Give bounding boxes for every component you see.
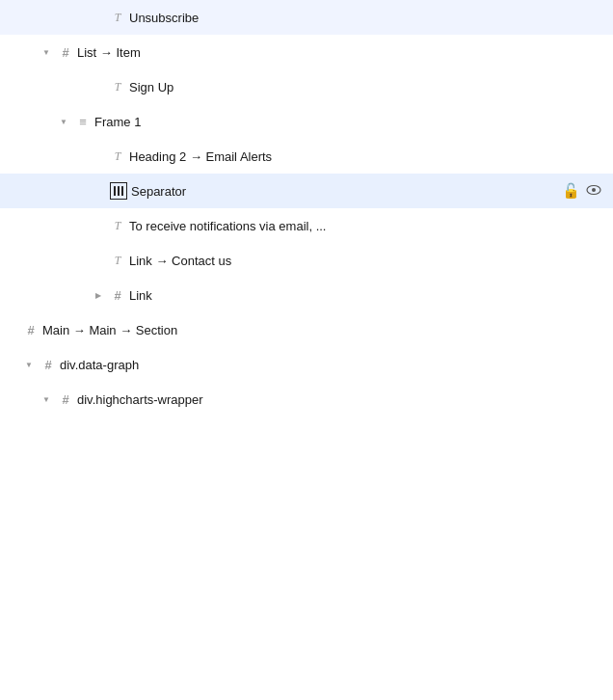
row-label: div.highcharts-wrapper [77,392,601,407]
text-icon: T [110,148,125,164]
row-label: List → Item [77,45,601,60]
row-label: To receive notifications via email, ... [129,219,601,233]
text-icon: T [110,79,125,94]
tree-row-link-contact[interactable]: TLink → Contact us [0,243,613,278]
chevron-icon [91,10,106,25]
chevron-icon [91,79,106,94]
tree-row-heading-2[interactable]: THeading 2 → Email Alerts [0,139,613,174]
chevron-icon [91,148,106,164]
chevron-icon[interactable] [21,357,37,372]
row-label: Link [129,288,601,303]
text-icon: T [110,218,125,233]
chevron-icon[interactable] [39,391,54,407]
hash-icon: # [40,357,56,372]
row-label: Sign Up [129,80,601,94]
row-label: Heading 2 → Email Alerts [129,149,601,164]
tree-row-div-highcharts[interactable]: #div.highcharts-wrapper [0,382,613,417]
text-icon: T [110,253,125,268]
chevron-icon[interactable] [56,114,71,129]
row-label: Link → Contact us [129,254,601,268]
row-label: div.data-graph [60,358,601,372]
tree-row-to-receive[interactable]: TTo receive notifications via email, ... [0,208,613,243]
row-label: Unsubscribe [129,11,601,25]
row-label: Separator [131,184,562,199]
layer-tree: TUnsubscribe#List → ItemTSign Up≡Frame 1… [0,0,613,417]
hash-icon: # [110,287,125,303]
lines-icon: ≡ [75,114,91,129]
chevron-icon [4,322,19,337]
tree-row-div-data-graph[interactable]: #div.data-graph [0,347,613,382]
chevron-icon[interactable] [39,44,54,60]
chevron-icon[interactable] [91,287,106,303]
eye-icon[interactable] [586,182,601,201]
tree-row-link[interactable]: #Link [0,278,613,312]
tree-row-sign-up[interactable]: TSign Up [0,69,613,104]
chevron-icon [91,253,106,268]
chevron-icon [91,218,106,233]
hash-icon: # [23,322,39,337]
tree-row-unsubscribe[interactable]: TUnsubscribe [0,0,613,35]
lock-icon[interactable]: 🔓 [562,182,580,200]
separator-icon [110,182,127,200]
tree-row-list-item[interactable]: #List → Item [0,35,613,69]
hash-icon: # [58,44,73,60]
tree-row-frame-1[interactable]: ≡Frame 1 [0,104,613,139]
tree-row-separator[interactable]: Separator🔓 [0,174,613,208]
text-icon: T [110,10,125,25]
chevron-icon [91,183,106,199]
svg-point-1 [592,188,596,192]
row-label: Main → Main → Section [42,323,601,337]
row-label: Frame 1 [94,115,601,129]
hash-icon: # [58,391,73,407]
tree-row-main-section[interactable]: #Main → Main → Section [0,312,613,347]
